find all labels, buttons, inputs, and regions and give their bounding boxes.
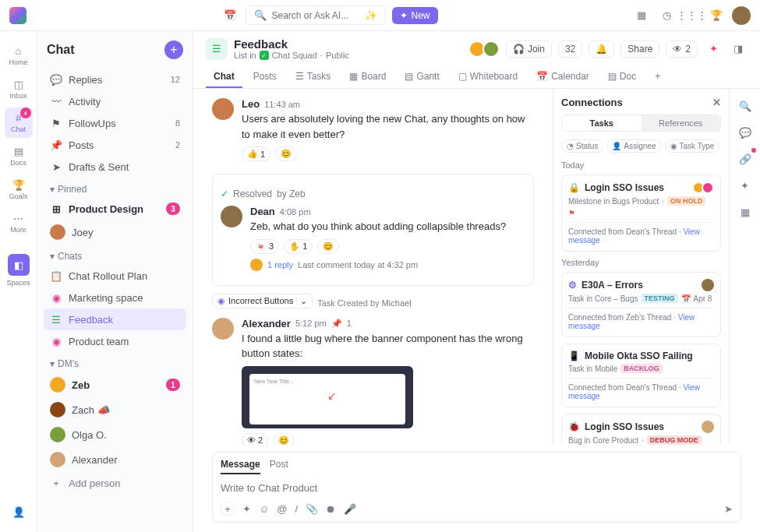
dm-zeb[interactable]: Zeb1 — [44, 372, 186, 397]
nav-drafts[interactable]: ➤Drafts & Sent — [44, 156, 186, 178]
clock-icon[interactable]: ◷ — [657, 6, 676, 25]
chat-product-team[interactable]: ◉Product team — [44, 330, 186, 352]
rail-space[interactable]: ◧ — [8, 254, 30, 276]
link-icon[interactable]: 🔗 — [736, 150, 755, 168]
join-button[interactable]: 🎧Join — [506, 41, 552, 58]
connection-card[interactable]: 📱Mobile Okta SSO Failing Task in MobileB… — [561, 344, 721, 407]
pinned-product-design[interactable]: ⊞Product Design3 — [44, 198, 186, 220]
upgrade-icon[interactable]: 🏆 — [707, 6, 726, 25]
nav-replies[interactable]: 💬Replies12 — [44, 69, 186, 90]
dm-olga[interactable]: Olga O. — [44, 422, 186, 447]
chevron-down-icon[interactable]: ⌄ — [296, 296, 307, 306]
apps-icon[interactable]: ⋮⋮⋮ — [682, 6, 701, 25]
calendar-icon[interactable]: 📅 — [221, 6, 239, 25]
new-button[interactable]: ✦ New — [392, 7, 437, 24]
search-icon[interactable]: 🔍 — [736, 97, 755, 115]
add-reaction[interactable]: 😊 — [273, 433, 295, 446]
send-button[interactable]: ➤ — [724, 503, 733, 515]
reaction[interactable]: 👁2 — [242, 433, 268, 446]
share-button[interactable]: Share — [620, 41, 659, 58]
section-chats[interactable]: ▾Chats — [44, 245, 186, 265]
add-reaction[interactable]: 😊 — [317, 239, 339, 254]
tab-add[interactable]: + — [647, 66, 668, 88]
member-count[interactable]: 32 — [558, 41, 582, 58]
tab-board[interactable]: ▦Board — [341, 66, 394, 88]
rail-chat[interactable]: 4#Chat — [5, 107, 33, 138]
plus-icon[interactable]: + — [221, 502, 235, 516]
emoji-icon[interactable]: ☺ — [259, 503, 269, 515]
task-chip[interactable]: ◉Incorrect Buttons⌄ — [212, 294, 313, 308]
avatar[interactable] — [212, 98, 234, 120]
viewers[interactable]: 👁2 — [666, 41, 698, 58]
record-icon[interactable]: ⏺ — [326, 503, 336, 515]
panel-icon[interactable]: ◨ — [729, 40, 748, 58]
dm-alexander[interactable]: Alexander — [44, 447, 186, 472]
composer-tab-message[interactable]: Message — [221, 459, 260, 474]
members-stack[interactable] — [472, 41, 500, 58]
connection-card[interactable]: 🐞Login SSO Issues Bug in Core Product·DE… — [561, 414, 721, 446]
rail-profile[interactable]: 👤 — [5, 502, 33, 523]
tab-calendar[interactable]: 📅Calendar — [528, 66, 597, 88]
nav-activity[interactable]: 〰Activity — [44, 90, 186, 112]
rail-more[interactable]: ⋯More — [5, 208, 33, 238]
avatar[interactable] — [221, 206, 242, 227]
rail-home[interactable]: ⌂Home — [5, 41, 33, 71]
chat-marketing[interactable]: ◉Marketing space — [44, 287, 186, 308]
squad-name[interactable]: Chat Squad — [272, 51, 317, 60]
rail-docs[interactable]: ▤Docs — [5, 141, 33, 171]
new-chat-button[interactable]: + — [164, 41, 183, 59]
slash-icon[interactable]: / — [295, 503, 298, 515]
user-avatar[interactable] — [732, 6, 751, 25]
rail-inbox[interactable]: ◫Inbox — [5, 74, 33, 104]
composer-input[interactable] — [221, 479, 733, 497]
author[interactable]: Dean — [250, 206, 275, 217]
tab-tasks[interactable]: ☰Tasks — [288, 66, 339, 88]
tab-gantt[interactable]: ▤Gantt — [397, 66, 447, 88]
search-input[interactable] — [271, 10, 360, 21]
app-logo[interactable] — [9, 7, 27, 24]
section-dms[interactable]: ▾DM's — [44, 352, 186, 372]
notepad-icon[interactable]: ▦ — [632, 6, 651, 25]
reaction[interactable]: 👍1 — [242, 146, 270, 161]
notifications-button[interactable]: 🔔 — [589, 41, 614, 58]
sparkle-icon[interactable]: ✨ — [365, 9, 377, 21]
conn-tab-tasks[interactable]: Tasks — [562, 115, 642, 131]
filter-assignee[interactable]: 👤Assignee — [606, 139, 661, 153]
global-search[interactable]: 🔍 ✨ — [246, 5, 386, 25]
composer-tab-post[interactable]: Post — [270, 459, 288, 474]
pinned-joey[interactable]: Joey — [44, 220, 186, 245]
tab-chat[interactable]: Chat — [206, 66, 242, 88]
author[interactable]: Alexander — [242, 318, 291, 329]
avatar[interactable] — [212, 318, 234, 340]
comments-icon[interactable]: 💬 — [736, 123, 755, 142]
filter-type[interactable]: ◉Task Type — [665, 139, 720, 153]
chat-rollout[interactable]: 📋Chat Rollout Plan — [44, 265, 186, 287]
add-person[interactable]: +Add person — [44, 472, 186, 494]
connection-card[interactable]: 🔒Login SSO Issues Milestone in Bugs Prod… — [561, 174, 721, 252]
tab-doc[interactable]: ▤Doc — [600, 66, 644, 88]
chat-feedback[interactable]: ☰Feedback — [44, 308, 186, 330]
reaction[interactable]: ✋1 — [284, 239, 313, 254]
ai-icon[interactable]: ✦ — [704, 40, 723, 58]
conn-tab-references[interactable]: References — [642, 115, 721, 131]
tab-posts[interactable]: Posts — [246, 66, 285, 88]
apps-icon[interactable]: ▦ — [736, 203, 755, 221]
attachment-image[interactable]: ↙New Task Title... — [242, 366, 413, 428]
mic-icon[interactable]: 🎤 — [344, 503, 356, 515]
author[interactable]: Leo — [242, 98, 260, 110]
rail-goals[interactable]: 🏆Goals — [5, 174, 33, 205]
tab-whiteboard[interactable]: ▢Whiteboard — [451, 66, 525, 88]
dm-zach[interactable]: Zach 📣 — [44, 397, 186, 422]
ai-icon[interactable]: ✦ — [242, 503, 251, 515]
nav-followups[interactable]: ⚑FollowUps8 — [44, 112, 186, 134]
nav-posts[interactable]: 📌Posts2 — [44, 134, 186, 156]
reply-thread[interactable]: 1 replyLast comment today at 4:32 pm — [250, 259, 525, 271]
add-reaction[interactable]: 😊 — [275, 146, 297, 161]
filter-status[interactable]: ◔Status — [561, 139, 603, 153]
connection-card[interactable]: ⚙E30A – Errors Task in Core – BugsTESTIN… — [561, 272, 721, 337]
attach-icon[interactable]: 📎 — [306, 503, 318, 515]
close-icon[interactable]: ✕ — [712, 97, 721, 108]
sparkle-icon[interactable]: ✦ — [736, 176, 755, 195]
mention-icon[interactable]: @ — [277, 503, 287, 515]
reaction[interactable]: 🍬3 — [250, 239, 279, 254]
